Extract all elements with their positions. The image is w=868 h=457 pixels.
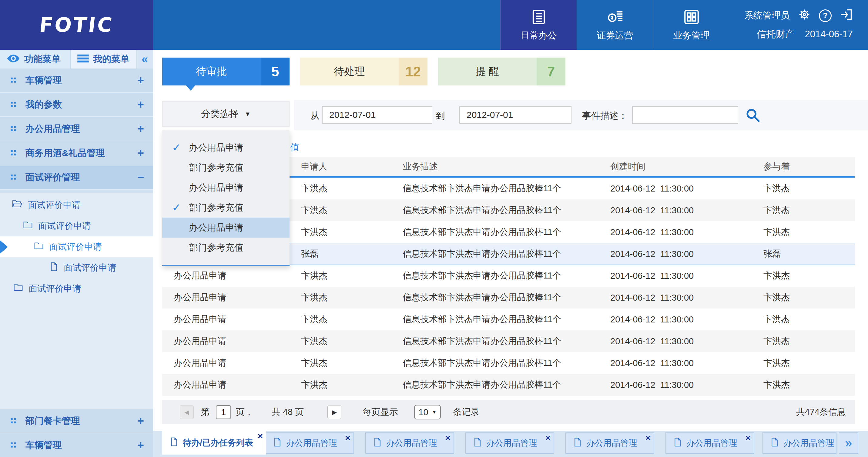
close-icon[interactable]: × <box>445 433 451 443</box>
sidebar-item-vehicle-mgmt-2[interactable]: 车辆管理 + <box>0 433 153 457</box>
doc-tab-label: 办公用品管理 <box>386 437 437 449</box>
sidebar-item-office-supplies[interactable]: 办公用品管理 + <box>0 117 153 141</box>
org-name[interactable]: 信托财产 <box>757 28 794 41</box>
search-icon[interactable] <box>745 107 761 123</box>
event-desc-label: 事件描述： <box>582 110 627 122</box>
sidebar-item-vehicle-mgmt[interactable]: 车辆管理 + <box>0 68 153 93</box>
card-reminders[interactable]: 提 醒 7 <box>438 58 565 86</box>
expand-icon[interactable]: + <box>137 123 144 135</box>
tab-my-menu[interactable]: 我的菜单 <box>70 50 136 68</box>
cell-type: 办公用品申请 <box>162 357 289 369</box>
next-page-icon[interactable]: ▶ <box>328 405 341 419</box>
card-pending-process[interactable]: 待处理 12 <box>300 58 428 86</box>
table-row[interactable]: 办公用品申请 卞洪杰 信息技术部卞洪杰申请办公用品胶棒11个 2014-06-1… <box>162 352 855 374</box>
date-from-input[interactable] <box>322 106 432 124</box>
sidebar-item-interview-eval[interactable]: 面试评价管理 − <box>0 165 153 190</box>
current-user: 系统管理员 <box>744 9 790 22</box>
doc-tab-office-supplies[interactable]: 办公用品管理 × <box>565 432 654 454</box>
cell-created: 2014-06-12 11:30:00 <box>599 380 752 390</box>
tab-label: 功能菜单 <box>24 53 61 65</box>
doc-tab-office-supplies[interactable]: 办公用品管理 × <box>465 432 554 454</box>
table-row[interactable]: 办公用品申请 卞洪杰 信息技术部卞洪杰申请办公用品胶棒11个 2014-06-1… <box>162 374 855 396</box>
pagination-bar: ◀ 第 页， 共 48 页 ▶ 每页显示 10 ▼ 条记录 共474条信息 <box>162 400 855 424</box>
category-select[interactable]: 分类选择 ▼ <box>162 101 289 127</box>
table-row[interactable]: 办公用品申请 卞洪杰 信息技术部卞洪杰申请办公用品胶棒11个 2014-06-1… <box>162 308 855 330</box>
eye-icon <box>7 53 20 65</box>
page-number-input[interactable] <box>216 405 231 419</box>
per-page-select[interactable]: 10 ▼ <box>414 405 441 419</box>
close-icon[interactable]: × <box>345 433 350 443</box>
tree-item-interview-request[interactable]: 面试评价申请 <box>0 195 153 216</box>
table-row[interactable]: 办公用品申请 卞洪杰 信息技术部卞洪杰申请办公用品胶棒11个 2014-06-1… <box>162 265 855 287</box>
expand-icon[interactable]: + <box>137 147 144 160</box>
dropdown-option[interactable]: 部门参考充值 <box>162 158 289 177</box>
tab-label: 我的菜单 <box>93 53 129 65</box>
table-row[interactable]: 办公用品申请 卞洪杰 信息技术部卞洪杰申请办公用品胶棒11个 2014-06-1… <box>162 287 855 308</box>
expand-icon[interactable]: + <box>137 98 144 111</box>
sidebar-item-label: 部门餐卡管理 <box>26 415 80 427</box>
sidebar-item-label: 车辆管理 <box>26 74 62 87</box>
dropdown-option[interactable]: 办公用品申请 <box>162 177 289 198</box>
close-icon[interactable]: × <box>745 433 751 443</box>
doc-tab-office-supplies[interactable]: 办公用品管理 × <box>265 432 354 454</box>
dropdown-option[interactable]: 部门参考充值 <box>162 237 289 258</box>
event-desc-input[interactable] <box>632 106 738 124</box>
doc-tab-office-supplies[interactable]: 办公用品管理 × <box>665 432 754 454</box>
card-count-badge: 12 <box>399 58 428 86</box>
cell-type: 办公用品申请 <box>162 270 289 282</box>
tree-item-interview-request[interactable]: 面试评价申请 <box>0 257 153 278</box>
chevron-down-icon: ▼ <box>432 410 437 415</box>
collapse-minus-icon[interactable]: − <box>137 171 144 184</box>
tab-overflow-icon[interactable]: » <box>839 432 858 454</box>
cell-type: 办公用品申请 <box>162 379 289 391</box>
card-label: 提 醒 <box>438 58 537 86</box>
doc-tab-office-supplies[interactable]: 办公用品管理 <box>763 432 836 454</box>
dropdown-option[interactable]: ✓ 部门参考充值 <box>162 198 289 218</box>
stat-cards: 待审批 5 待处理 12 提 醒 7 <box>162 58 565 86</box>
total-records-label: 共474条信息 <box>796 406 846 418</box>
drag-dots-icon <box>10 77 17 84</box>
sidebar-collapse-button[interactable]: « <box>136 50 153 68</box>
doc-tab-task-list[interactable]: 待办/已办任务列表 × <box>162 431 266 455</box>
date-to-input[interactable] <box>459 106 571 124</box>
help-icon[interactable]: ? <box>819 9 832 22</box>
tree-item-interview-request[interactable]: 面试评价申请 <box>0 278 153 299</box>
tree-item-interview-request-selected[interactable]: 面试评价申请 <box>0 236 153 257</box>
cell-participant: 卞洪杰 <box>752 270 855 282</box>
logout-icon[interactable] <box>839 8 853 23</box>
dropdown-option-highlighted[interactable]: 办公用品申请 <box>162 218 289 237</box>
nav-securities-ops[interactable]: 证券运营 <box>577 0 653 50</box>
table-row[interactable]: 办公用品申请 卞洪杰 信息技术部卞洪杰申请办公用品胶棒11个 2014-06-1… <box>162 330 855 352</box>
close-icon[interactable]: × <box>257 431 263 440</box>
check-icon: ✓ <box>172 201 181 214</box>
date-from-label: 从 <box>310 110 319 122</box>
sidebar-item-my-params[interactable]: 我的参数 + <box>0 93 153 117</box>
sidebar-item-wine-gifts[interactable]: 商务用酒&礼品管理 + <box>0 141 153 165</box>
dropdown-option[interactable]: ✓ 办公用品申请 <box>162 138 289 158</box>
doc-tab-office-supplies[interactable]: 办公用品管理 × <box>365 432 454 454</box>
nav-daily-office[interactable]: 日常办公 <box>500 0 577 50</box>
hamburger-icon <box>77 54 89 64</box>
file-icon <box>574 437 582 449</box>
card-pending-approval[interactable]: 待审批 5 <box>162 58 289 86</box>
close-icon[interactable]: × <box>645 433 651 443</box>
folder-icon <box>23 221 33 231</box>
cell-applicant: 张磊 <box>289 248 391 260</box>
cell-participant: 卞洪杰 <box>752 357 855 369</box>
category-select-label: 分类选择 <box>201 107 239 120</box>
tab-function-menu[interactable]: 功能菜单 <box>0 50 70 68</box>
tree-item-interview-request[interactable]: 面试评价申请 <box>0 216 153 236</box>
cell-participant: 卞洪杰 <box>752 379 855 391</box>
cell-description: 信息技术部卞洪杰申请办公用品胶棒11个 <box>391 204 599 217</box>
prev-page-icon[interactable]: ◀ <box>180 405 194 419</box>
close-icon[interactable]: × <box>545 433 551 443</box>
file-icon <box>771 437 779 449</box>
nav-business-mgmt[interactable]: 业务管理 <box>653 0 730 50</box>
sidebar-item-meal-card[interactable]: 部门餐卡管理 + <box>0 409 153 433</box>
drag-dots-icon <box>10 174 17 181</box>
gear-icon[interactable] <box>798 8 811 23</box>
expand-icon[interactable]: + <box>137 415 144 428</box>
top-navigation: 日常办公 证券运营 业务管理 <box>500 0 730 50</box>
expand-icon[interactable]: + <box>137 74 144 87</box>
expand-icon[interactable]: + <box>137 439 144 452</box>
